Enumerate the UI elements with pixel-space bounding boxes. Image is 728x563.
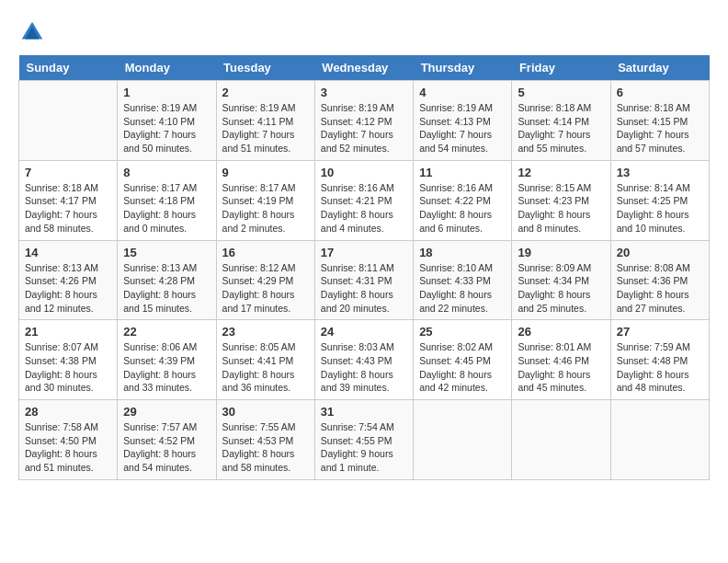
day-number: 17: [321, 246, 407, 259]
calendar-header-row: SundayMondayTuesdayWednesdayThursdayFrid…: [19, 55, 710, 81]
calendar-cell: 6Sunrise: 8:18 AM Sunset: 4:15 PM Daylig…: [610, 81, 709, 161]
day-info: Sunrise: 8:15 AM Sunset: 4:23 PM Dayligh…: [518, 181, 604, 236]
calendar-cell: 31Sunrise: 7:54 AM Sunset: 4:55 PM Dayli…: [314, 400, 413, 480]
day-info: Sunrise: 8:07 AM Sunset: 4:38 PM Dayligh…: [25, 340, 111, 395]
day-number: 29: [123, 405, 210, 419]
calendar-cell: 26Sunrise: 8:01 AM Sunset: 4:46 PM Dayli…: [512, 320, 610, 400]
day-info: Sunrise: 8:11 AM Sunset: 4:31 PM Dayligh…: [321, 261, 407, 316]
day-info: Sunrise: 7:57 AM Sunset: 4:52 PM Dayligh…: [123, 420, 210, 475]
day-number: 6: [617, 86, 703, 99]
day-number: 4: [419, 86, 506, 99]
calendar-cell: 21Sunrise: 8:07 AM Sunset: 4:38 PM Dayli…: [19, 320, 118, 400]
header-friday: Friday: [512, 55, 610, 81]
day-number: 16: [222, 246, 309, 259]
day-number: 25: [419, 325, 506, 339]
calendar-cell: 22Sunrise: 8:06 AM Sunset: 4:39 PM Dayli…: [118, 320, 216, 400]
day-info: Sunrise: 7:54 AM Sunset: 4:55 PM Dayligh…: [321, 420, 407, 475]
calendar-cell: 1Sunrise: 8:19 AM Sunset: 4:10 PM Daylig…: [118, 81, 216, 161]
calendar-cell: 3Sunrise: 8:19 AM Sunset: 4:12 PM Daylig…: [314, 81, 413, 161]
header-monday: Monday: [118, 55, 216, 81]
calendar-cell: 15Sunrise: 8:13 AM Sunset: 4:28 PM Dayli…: [118, 240, 216, 320]
day-info: Sunrise: 8:10 AM Sunset: 4:33 PM Dayligh…: [419, 261, 506, 316]
header-wednesday: Wednesday: [314, 55, 413, 81]
day-number: 22: [123, 325, 210, 339]
calendar-cell: 8Sunrise: 8:17 AM Sunset: 4:18 PM Daylig…: [118, 160, 216, 240]
day-info: Sunrise: 8:14 AM Sunset: 4:25 PM Dayligh…: [617, 181, 703, 236]
calendar-cell: 5Sunrise: 8:18 AM Sunset: 4:14 PM Daylig…: [512, 81, 610, 161]
day-number: 30: [222, 405, 309, 419]
day-info: Sunrise: 8:13 AM Sunset: 4:28 PM Dayligh…: [123, 261, 210, 316]
calendar-cell: 25Sunrise: 8:02 AM Sunset: 4:45 PM Dayli…: [414, 320, 512, 400]
header-thursday: Thursday: [414, 55, 512, 81]
day-number: 8: [123, 166, 210, 179]
day-info: Sunrise: 8:16 AM Sunset: 4:22 PM Dayligh…: [419, 181, 506, 236]
day-info: Sunrise: 8:19 AM Sunset: 4:13 PM Dayligh…: [419, 101, 506, 155]
day-info: Sunrise: 8:06 AM Sunset: 4:39 PM Dayligh…: [123, 340, 210, 395]
day-number: 31: [321, 405, 407, 419]
day-info: Sunrise: 8:02 AM Sunset: 4:45 PM Dayligh…: [419, 340, 506, 395]
day-info: Sunrise: 8:19 AM Sunset: 4:10 PM Dayligh…: [123, 101, 210, 155]
logo: [18, 18, 50, 46]
day-number: 20: [617, 246, 703, 259]
header-tuesday: Tuesday: [216, 55, 314, 81]
calendar-cell: 20Sunrise: 8:08 AM Sunset: 4:36 PM Dayli…: [610, 240, 709, 320]
day-number: 15: [123, 246, 210, 259]
calendar-cell: 27Sunrise: 7:59 AM Sunset: 4:48 PM Dayli…: [610, 320, 709, 400]
day-number: 3: [321, 86, 407, 99]
calendar-week-row: 21Sunrise: 8:07 AM Sunset: 4:38 PM Dayli…: [19, 320, 710, 400]
day-info: Sunrise: 8:19 AM Sunset: 4:11 PM Dayligh…: [222, 101, 309, 155]
day-number: 23: [222, 325, 309, 339]
day-number: 5: [518, 86, 604, 99]
day-info: Sunrise: 8:03 AM Sunset: 4:43 PM Dayligh…: [321, 340, 407, 395]
day-info: Sunrise: 8:16 AM Sunset: 4:21 PM Dayligh…: [321, 181, 407, 236]
day-number: 10: [321, 166, 407, 179]
calendar-cell: [512, 400, 610, 480]
day-info: Sunrise: 7:55 AM Sunset: 4:53 PM Dayligh…: [222, 420, 309, 475]
day-info: Sunrise: 8:19 AM Sunset: 4:12 PM Dayligh…: [321, 101, 407, 155]
day-number: 11: [419, 166, 506, 179]
day-number: 21: [25, 325, 111, 339]
day-number: 27: [617, 325, 703, 339]
day-info: Sunrise: 8:12 AM Sunset: 4:29 PM Dayligh…: [222, 261, 309, 316]
calendar-cell: 13Sunrise: 8:14 AM Sunset: 4:25 PM Dayli…: [610, 160, 709, 240]
day-number: 2: [222, 86, 309, 99]
header-saturday: Saturday: [610, 55, 709, 81]
day-number: 12: [518, 166, 604, 179]
calendar-week-row: 28Sunrise: 7:58 AM Sunset: 4:50 PM Dayli…: [19, 400, 710, 480]
day-number: 9: [222, 166, 309, 179]
day-number: 28: [25, 405, 111, 419]
calendar-cell: 19Sunrise: 8:09 AM Sunset: 4:34 PM Dayli…: [512, 240, 610, 320]
calendar-cell: [19, 81, 118, 161]
day-info: Sunrise: 8:08 AM Sunset: 4:36 PM Dayligh…: [617, 261, 703, 316]
day-info: Sunrise: 8:13 AM Sunset: 4:26 PM Dayligh…: [25, 261, 111, 316]
day-info: Sunrise: 8:18 AM Sunset: 4:14 PM Dayligh…: [518, 101, 604, 155]
day-number: 26: [518, 325, 604, 339]
calendar-cell: [610, 400, 709, 480]
day-info: Sunrise: 8:09 AM Sunset: 4:34 PM Dayligh…: [518, 261, 604, 316]
day-number: 19: [518, 246, 604, 259]
day-info: Sunrise: 7:58 AM Sunset: 4:50 PM Dayligh…: [25, 420, 111, 475]
day-info: Sunrise: 8:18 AM Sunset: 4:17 PM Dayligh…: [25, 181, 111, 236]
day-info: Sunrise: 8:17 AM Sunset: 4:19 PM Dayligh…: [222, 181, 309, 236]
calendar-cell: 11Sunrise: 8:16 AM Sunset: 4:22 PM Dayli…: [414, 160, 512, 240]
calendar-cell: 7Sunrise: 8:18 AM Sunset: 4:17 PM Daylig…: [19, 160, 118, 240]
calendar-week-row: 1Sunrise: 8:19 AM Sunset: 4:10 PM Daylig…: [19, 81, 710, 161]
calendar-cell: 4Sunrise: 8:19 AM Sunset: 4:13 PM Daylig…: [414, 81, 512, 161]
calendar-cell: 30Sunrise: 7:55 AM Sunset: 4:53 PM Dayli…: [216, 400, 314, 480]
calendar-cell: 28Sunrise: 7:58 AM Sunset: 4:50 PM Dayli…: [19, 400, 118, 480]
calendar-cell: 9Sunrise: 8:17 AM Sunset: 4:19 PM Daylig…: [216, 160, 314, 240]
calendar-table: SundayMondayTuesdayWednesdayThursdayFrid…: [18, 55, 710, 480]
calendar-cell: 17Sunrise: 8:11 AM Sunset: 4:31 PM Dayli…: [314, 240, 413, 320]
day-number: 13: [617, 166, 703, 179]
calendar-cell: [414, 400, 512, 480]
page-header: [18, 18, 710, 46]
day-info: Sunrise: 8:01 AM Sunset: 4:46 PM Dayligh…: [518, 340, 604, 395]
day-number: 1: [123, 86, 210, 99]
calendar-cell: 29Sunrise: 7:57 AM Sunset: 4:52 PM Dayli…: [118, 400, 216, 480]
day-info: Sunrise: 8:05 AM Sunset: 4:41 PM Dayligh…: [222, 340, 309, 395]
calendar-cell: 10Sunrise: 8:16 AM Sunset: 4:21 PM Dayli…: [314, 160, 413, 240]
day-number: 24: [321, 325, 407, 339]
day-number: 7: [25, 166, 111, 179]
header-sunday: Sunday: [19, 55, 118, 81]
calendar-cell: 16Sunrise: 8:12 AM Sunset: 4:29 PM Dayli…: [216, 240, 314, 320]
